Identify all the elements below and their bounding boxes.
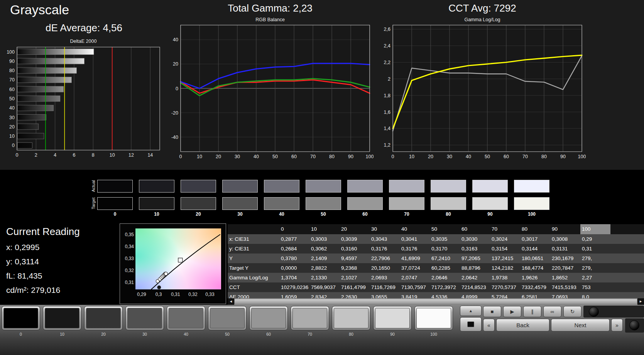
table-value-cell: 7270,5737 [490,282,520,292]
table-value-cell: 279, [580,254,610,263]
table-header-cell: 100 [580,224,610,234]
table-value-cell: 753 [580,282,610,292]
test-patch-30[interactable] [125,306,164,330]
svg-text:10: 10 [409,154,414,159]
table-value-cell: 2,0747 [400,273,430,282]
svg-text:10: 10 [110,152,115,158]
svg-text:60: 60 [504,154,509,159]
target-swatch-40 [264,197,299,210]
svg-text:1,6: 1,6 [384,110,390,115]
test-patch-10[interactable] [43,306,81,330]
rgb-balance-chart-title: RGB Balance [167,17,374,24]
test-patch-label: 30 [125,332,164,336]
table-row: Gamma Log/Log1,37042,13302,10272,06932,0… [228,273,644,282]
table-value-cell: 0,3024 [490,234,520,244]
swatch-level-label: 50 [306,211,341,217]
svg-text:100: 100 [578,154,586,159]
record-circle-button[interactable] [589,307,599,317]
pattern-window-button[interactable] [460,317,482,331]
test-patch-80[interactable] [332,306,370,330]
test-patch-40[interactable] [167,306,205,330]
test-patch-fill [3,308,38,328]
actual-swatch-60 [347,180,383,193]
cct-average-readout: CCT Avg: 7292 [379,2,586,14]
table-value-cell: 60,2285 [430,263,460,273]
reading-fl: fL: 81,435 [6,271,80,281]
table-value-cell: 97,2065 [460,254,490,263]
swatch-level-label: 70 [389,211,424,217]
actual-swatch-20 [181,180,216,193]
table-value-cell: 0,3154 [490,244,520,254]
table-value-cell: 1,8652 [550,273,580,282]
table-header-cell: 60 [460,224,490,234]
test-patch-100[interactable] [414,306,453,330]
test-patch-90[interactable] [373,306,412,330]
table-value-cell: 2,27 [580,273,610,282]
table-header-cell [228,224,279,234]
scrollbar-thumb[interactable] [234,299,637,304]
pause-button[interactable]: ∥ [523,306,541,317]
svg-text:8: 8 [92,152,95,158]
cie-x-tick-label: 0,32 [187,292,199,297]
test-patch-0[interactable] [2,306,40,330]
play-button[interactable]: ▶ [503,306,521,317]
measurement-point [164,272,168,276]
swatch-level-label: 100 [514,211,549,217]
total-gamma-readout: Total Gamma: 2,23 [167,2,374,14]
test-patch-50[interactable] [208,306,247,330]
table-value-cell: 10279,0236 [279,282,309,292]
scroll-left-icon: ◄ [229,299,233,303]
swatch-level-label: 60 [347,211,383,217]
svg-text:40: 40 [254,154,259,159]
table-value-cell: 0,3160 [340,244,370,254]
next-button[interactable]: Next [551,319,610,331]
scroll-right-button[interactable]: ► [637,298,644,305]
table-row: CCT10279,02367569,90377161,47997116,7269… [228,282,644,292]
table-value-cell: 0,3008 [550,234,580,244]
table-header-cell: 90 [550,224,580,234]
table-horizontal-scrollbar[interactable]: ◄ ► [228,298,644,305]
test-patch-row [2,306,453,330]
table-value-cell: 0,29 [580,234,610,244]
table-header-cell: 40 [400,224,430,234]
table-value-cell: 1,3704 [279,273,309,282]
table-value-cell: 9,2368 [340,263,370,273]
back-button[interactable]: Back [496,319,549,331]
loop-button[interactable]: ∞ [543,306,561,317]
scroll-left-button[interactable]: ◄ [228,298,234,305]
test-patch-60[interactable] [249,306,288,330]
refresh-icon: ↻ [570,309,575,314]
table-value-cell: 37,0724 [400,263,430,273]
actual-swatch-10 [139,180,174,193]
deltae-bar-90 [17,58,84,64]
refresh-button[interactable]: ↻ [563,306,581,317]
svg-text:70: 70 [522,154,528,159]
table-value-cell: 67,2410 [430,254,460,263]
svg-text:0: 0 [392,154,394,159]
back-fast-button[interactable]: « [483,319,495,331]
scroll-up-button[interactable]: ▲ [460,306,482,316]
record-circle-button[interactable] [629,320,639,330]
table-value-cell: 7161,4799 [340,282,370,292]
next-fast-button[interactable]: » [611,319,623,331]
deltae-bar-60 [17,86,64,92]
test-patch-label: 20 [84,332,123,336]
test-patch-fill [251,308,286,328]
test-patch-20[interactable] [84,306,123,330]
deltae-bar-80 [17,68,76,73]
table-header-cell: 0 [279,224,309,234]
svg-text:0: 0 [176,86,178,91]
gamma-chart: Gamma Log/Log 2,62,42,221,81,61,41,20102… [379,17,586,162]
test-pattern-strip: 0102030405060708090100 ▲ ■ ▶ ∥ ∞ ↻ « Bac… [0,305,644,355]
stop-button[interactable]: ■ [483,306,501,317]
table-value-cell: 0,3041 [400,234,430,244]
current-reading-panel: Current Reading x: 0,2995 y: 0,3114 fL: … [6,226,80,295]
svg-text:10: 10 [9,134,15,139]
test-patch-70[interactable] [291,306,329,330]
svg-text:2,4: 2,4 [384,43,390,49]
test-patch-fill [86,308,121,328]
table-row: Y0,37802,14099,459722,790641,690967,2410… [228,254,644,263]
swatch-level-label: 30 [222,211,258,217]
actual-swatch-40 [264,180,299,193]
svg-text:50: 50 [9,96,15,101]
